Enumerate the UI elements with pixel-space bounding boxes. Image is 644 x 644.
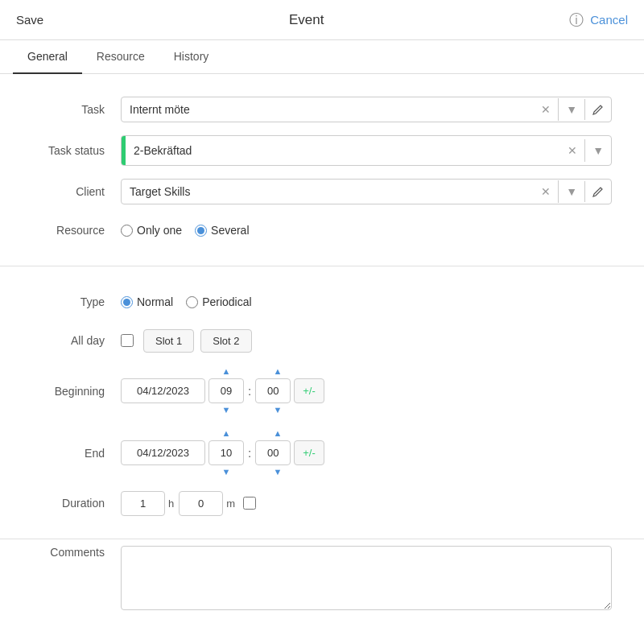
- client-edit-button[interactable]: [584, 181, 611, 202]
- all-day-checkbox-label[interactable]: [121, 334, 134, 347]
- beginning-pm-button[interactable]: +/-: [294, 378, 324, 403]
- end-min-up-button[interactable]: ▲: [270, 428, 286, 439]
- type-periodical-option[interactable]: Periodical: [186, 295, 251, 308]
- task-status-input-group: ✕ ▼: [121, 135, 612, 166]
- resource-radio-group: Only one Several: [121, 224, 250, 237]
- end-datetime: ▲ ▲ : +/-: [121, 428, 324, 477]
- type-row: Type Normal Periodical: [0, 283, 644, 321]
- resource-only-one-radio[interactable]: [121, 225, 133, 237]
- tab-general[interactable]: General: [13, 40, 82, 74]
- client-input[interactable]: [122, 180, 534, 204]
- task-clear-button[interactable]: ✕: [534, 98, 558, 121]
- task-dropdown-button[interactable]: ▼: [558, 98, 584, 121]
- duration-label: Duration: [24, 497, 121, 510]
- end-down-arrows: ▼ ▼: [208, 467, 295, 477]
- beginning-down-arrows: ▼ ▼: [208, 405, 295, 415]
- task-label: Task: [24, 103, 121, 116]
- end-pm-button[interactable]: +/-: [294, 440, 324, 465]
- type-control: Normal Periodical: [121, 295, 620, 308]
- slot2-button[interactable]: Slot 2: [200, 329, 251, 353]
- client-control: ✕ ▼: [121, 179, 620, 204]
- task-edit-button[interactable]: [584, 99, 611, 120]
- resource-label: Resource: [24, 224, 121, 237]
- beginning-hour-down-button[interactable]: ▼: [219, 405, 234, 415]
- beginning-min-input[interactable]: [255, 378, 291, 403]
- end-label: End: [24, 447, 121, 460]
- end-inputs: : +/-: [121, 440, 324, 465]
- resource-several-option[interactable]: Several: [195, 224, 249, 237]
- task-input[interactable]: [122, 97, 534, 122]
- all-day-checkbox[interactable]: [121, 334, 134, 347]
- tab-resource[interactable]: Resource: [82, 40, 159, 74]
- beginning-label: Beginning: [24, 385, 121, 398]
- resource-only-one-label: Only one: [137, 224, 182, 237]
- beginning-date-input[interactable]: [121, 378, 205, 403]
- duration-control: h m: [121, 491, 620, 516]
- resource-row: Resource Only one Several: [0, 211, 644, 250]
- tab-history[interactable]: History: [159, 40, 224, 74]
- duration-h-input[interactable]: [121, 491, 165, 516]
- tabs: General Resource History: [0, 40, 644, 74]
- comments-textarea[interactable]: [121, 546, 612, 610]
- task-input-group: ✕ ▼: [121, 97, 612, 122]
- client-label: Client: [24, 185, 121, 198]
- task-status-row: Task status ✕ ▼: [0, 129, 644, 172]
- end-date-input[interactable]: [121, 440, 205, 465]
- topbar: Save Event ⓘ Cancel: [0, 0, 644, 40]
- type-normal-label: Normal: [137, 295, 173, 308]
- resource-several-label: Several: [211, 224, 249, 237]
- task-status-input[interactable]: [126, 138, 560, 163]
- type-normal-option[interactable]: Normal: [121, 295, 173, 308]
- end-control: ▲ ▲ : +/-: [121, 428, 620, 477]
- task-status-control: ✕ ▼: [121, 135, 620, 166]
- comments-label: Comments: [24, 546, 121, 559]
- duration-checkbox[interactable]: [243, 497, 256, 510]
- beginning-min-down-button[interactable]: ▼: [270, 405, 286, 415]
- comments-section: Comments: [0, 539, 644, 617]
- end-min-input[interactable]: [255, 440, 291, 465]
- type-radio-group: Normal Periodical: [121, 295, 252, 308]
- beginning-up-arrows: ▲ ▲: [208, 366, 295, 377]
- page-title: Event: [289, 12, 324, 28]
- slot1-button[interactable]: Slot 1: [143, 329, 194, 353]
- end-row: End ▲ ▲: [0, 422, 644, 484]
- cancel-button[interactable]: Cancel: [590, 13, 628, 27]
- save-button[interactable]: Save: [16, 13, 43, 27]
- beginning-hour-input[interactable]: [208, 378, 244, 403]
- beginning-time-sep: :: [248, 384, 251, 398]
- form-content: Task ✕ ▼ Task status: [0, 74, 644, 644]
- section-basic: Task ✕ ▼ Task status: [0, 74, 644, 266]
- type-normal-radio[interactable]: [121, 296, 133, 308]
- type-periodical-radio[interactable]: [186, 296, 198, 308]
- beginning-hour-up-button[interactable]: ▲: [219, 366, 234, 377]
- beginning-control: ▲ ▲ : +/-: [121, 366, 620, 415]
- topbar-right: ⓘ Cancel: [569, 10, 628, 30]
- all-day-row: All day Slot 1 Slot 2: [0, 321, 644, 360]
- task-status-clear-button[interactable]: ✕: [560, 139, 584, 162]
- beginning-row: Beginning ▲ ▲: [0, 360, 644, 422]
- end-hour-input[interactable]: [208, 440, 244, 465]
- duration-m-input[interactable]: [179, 491, 223, 516]
- end-min-down-button[interactable]: ▼: [270, 467, 286, 477]
- end-hour-up-button[interactable]: ▲: [219, 428, 234, 439]
- end-hour-down-button[interactable]: ▼: [219, 467, 234, 477]
- help-icon[interactable]: ⓘ: [569, 10, 584, 30]
- client-row: Client ✕ ▼: [0, 172, 644, 211]
- type-periodical-label: Periodical: [202, 295, 251, 308]
- type-label: Type: [24, 295, 121, 308]
- beginning-datetime: ▲ ▲ : +/-: [121, 366, 324, 415]
- all-day-label: All day: [24, 334, 121, 347]
- all-day-control: Slot 1 Slot 2: [121, 329, 620, 353]
- resource-only-one-option[interactable]: Only one: [121, 224, 182, 237]
- client-dropdown-button[interactable]: ▼: [558, 180, 584, 203]
- beginning-min-up-button[interactable]: ▲: [270, 366, 286, 377]
- duration-row: Duration h m: [0, 484, 644, 522]
- duration-m-unit: m: [226, 497, 235, 510]
- main-window: Save Event ⓘ Cancel General Resource His…: [0, 0, 644, 644]
- section-schedule: Type Normal Periodical: [0, 266, 644, 539]
- resource-several-radio[interactable]: [195, 225, 207, 237]
- task-status-dropdown-button[interactable]: ▼: [584, 139, 611, 162]
- task-row: Task ✕ ▼: [0, 90, 644, 129]
- client-clear-button[interactable]: ✕: [534, 180, 558, 203]
- task-control: ✕ ▼: [121, 97, 620, 122]
